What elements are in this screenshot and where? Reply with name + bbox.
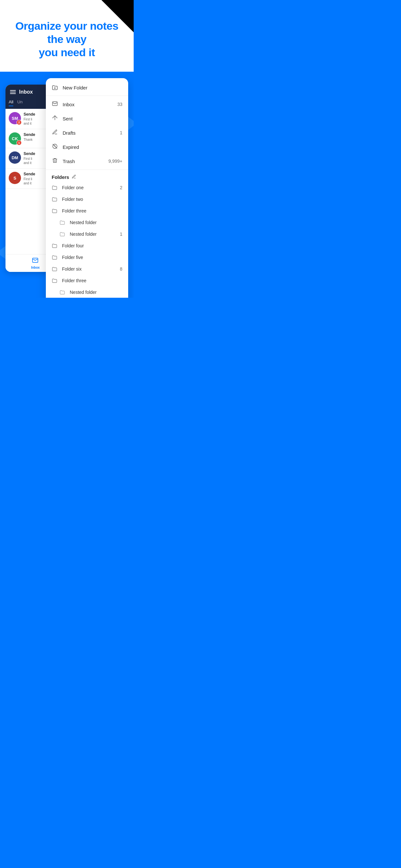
new-folder-icon — [52, 84, 58, 91]
folder-icon — [52, 278, 58, 283]
folder-item-two[interactable]: Folder two — [46, 193, 128, 205]
nested-folder-item[interactable]: Nested folder 1 — [46, 228, 128, 240]
inbox-nav-label: Inbox — [31, 266, 40, 269]
menu-item-sent[interactable]: Sent — [46, 112, 128, 126]
menu-count-trash: 9,999+ — [109, 159, 122, 164]
folder-count: 1 — [120, 231, 122, 237]
hamburger-menu-icon[interactable] — [10, 90, 16, 94]
folder-label: Folder two — [62, 197, 118, 202]
menu-item-expired[interactable]: Expired — [46, 140, 128, 154]
menu-count-drafts: 1 — [120, 130, 122, 135]
folder-item-three-2[interactable]: Folder three — [46, 275, 128, 286]
blue-section: Inbox All Un SM 2 Sende First liand it — [0, 72, 134, 298]
email-panel-title: Inbox — [19, 89, 33, 95]
new-folder-button[interactable]: New Folder — [46, 81, 128, 94]
new-folder-label: New Folder — [63, 85, 122, 90]
folder-label: Folder five — [62, 255, 118, 260]
folder-icon — [52, 208, 58, 214]
folder-label: Folder three — [62, 278, 118, 283]
menu-count-inbox: 33 — [117, 102, 122, 107]
menu-label-trash: Trash — [63, 159, 104, 164]
dropdown-panel: New Folder Inbox 33 — [46, 78, 128, 298]
folder-icon — [52, 254, 58, 260]
folder-icon — [52, 266, 58, 272]
unread-badge: 2 — [17, 120, 22, 125]
folder-icon — [59, 289, 65, 295]
avatar: DM — [9, 151, 21, 164]
decorative-triangle-top — [101, 0, 134, 32]
folder-label: Folder four — [62, 243, 118, 248]
folder-label: Folder six — [62, 267, 115, 272]
folder-item-six[interactable]: Folder six 8 — [46, 263, 128, 275]
folder-icon — [52, 185, 58, 190]
menu-item-drafts[interactable]: Drafts 1 — [46, 126, 128, 140]
avatar: S — [9, 172, 21, 184]
menu-label-expired: Expired — [63, 144, 118, 150]
avatar: SM 2 — [9, 112, 21, 124]
divider — [46, 96, 128, 96]
folders-header: Folders — [46, 171, 128, 182]
folder-count: 2 — [120, 185, 122, 190]
avatar: CK 1 — [9, 132, 21, 145]
folder-item-five[interactable]: Folder five — [46, 252, 128, 263]
sent-icon — [52, 115, 58, 122]
menu-label-drafts: Drafts — [63, 130, 115, 135]
menu-label-sent: Sent — [63, 116, 118, 121]
trash-icon — [52, 158, 58, 165]
drafts-icon — [52, 129, 58, 136]
folder-icon — [59, 231, 65, 237]
folder-item-four[interactable]: Folder four — [46, 240, 128, 252]
top-section: Organize your notes the way you need it — [0, 0, 134, 72]
nested-folder-item[interactable]: Nested folder — [46, 217, 128, 228]
menu-item-inbox[interactable]: Inbox 33 — [46, 97, 128, 112]
divider — [46, 169, 128, 170]
inbox-icon — [52, 101, 58, 108]
folder-label: Nested folder — [70, 290, 118, 295]
folder-icon — [59, 220, 65, 225]
inbox-nav-button[interactable]: Inbox — [31, 257, 40, 269]
folder-label: Folder three — [62, 208, 118, 213]
folders-header-label: Folders — [52, 175, 69, 180]
menu-item-trash[interactable]: Trash 9,999+ — [46, 154, 128, 168]
inbox-nav-icon — [32, 257, 38, 265]
folder-icon — [52, 196, 58, 202]
menu-label-inbox: Inbox — [63, 102, 113, 107]
folder-icon — [52, 243, 58, 249]
edit-folders-icon[interactable] — [72, 175, 76, 180]
folder-label: Nested folder — [70, 220, 118, 225]
folder-count: 8 — [120, 267, 122, 272]
folder-item-one[interactable]: Folder one 2 — [46, 182, 128, 193]
nested-folder-item[interactable]: Nested folder — [46, 286, 128, 298]
expired-icon — [52, 144, 58, 151]
folder-item-three[interactable]: Folder three — [46, 205, 128, 217]
folder-label: Nested folder — [70, 231, 115, 237]
unread-badge: 1 — [17, 140, 22, 145]
tab-all[interactable]: All — [9, 99, 13, 106]
folder-label: Folder one — [62, 185, 115, 190]
phone-mockup: Inbox All Un SM 2 Sende First liand it — [5, 78, 128, 278]
tab-unread[interactable]: Un — [17, 99, 23, 106]
